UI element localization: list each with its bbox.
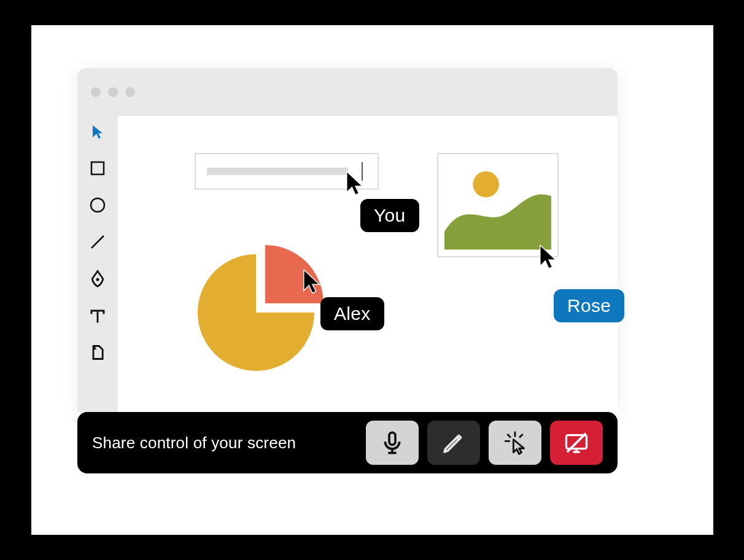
tool-pen[interactable]	[88, 270, 107, 288]
svg-rect-7	[389, 432, 395, 445]
cursor-label-alex: Alex	[320, 297, 384, 330]
svg-point-1	[91, 198, 104, 212]
tool-rail	[77, 116, 118, 412]
draw-button[interactable]	[427, 421, 480, 465]
traffic-light-zoom[interactable]	[125, 87, 135, 97]
tool-text[interactable]	[88, 306, 107, 325]
image-placeholder-art	[444, 160, 551, 250]
pointer-click-icon	[502, 430, 528, 456]
control-bar-caption: Share control of your screen	[92, 434, 357, 453]
pencil-icon	[441, 430, 466, 455]
svg-line-11	[508, 435, 510, 437]
image-placeholder[interactable]	[437, 153, 559, 257]
cursor-label-rose: Rose	[554, 289, 624, 322]
pie-chart[interactable]	[192, 239, 327, 374]
tool-rectangle[interactable]	[88, 159, 107, 177]
canvas[interactable]: You Alex Rose	[118, 116, 618, 412]
pointer-button[interactable]	[489, 421, 541, 465]
svg-point-3	[96, 278, 99, 281]
stop-screen-share-icon	[563, 429, 590, 456]
text-placeholder-bar	[207, 168, 348, 175]
svg-line-12	[520, 435, 522, 437]
stop-share-button[interactable]	[550, 421, 603, 465]
text-input-box[interactable]	[195, 153, 379, 190]
screen-share-control-bar: Share control of your screen	[77, 412, 618, 473]
traffic-light-minimize[interactable]	[108, 87, 118, 97]
stage: You Alex Rose Share control of	[31, 25, 713, 535]
window-titlebar	[77, 68, 618, 116]
app-window: You Alex Rose	[77, 68, 618, 412]
tool-line[interactable]	[88, 233, 107, 251]
svg-line-2	[91, 236, 104, 248]
microphone-icon	[380, 430, 405, 455]
tool-circle[interactable]	[88, 196, 107, 214]
tool-page[interactable]	[88, 343, 107, 362]
cursor-label-you: You	[360, 199, 419, 232]
traffic-light-close[interactable]	[91, 87, 101, 97]
text-caret	[362, 162, 363, 181]
svg-rect-0	[91, 162, 104, 174]
tool-select[interactable]	[88, 122, 107, 141]
microphone-button[interactable]	[366, 421, 419, 465]
svg-point-5	[473, 171, 499, 198]
